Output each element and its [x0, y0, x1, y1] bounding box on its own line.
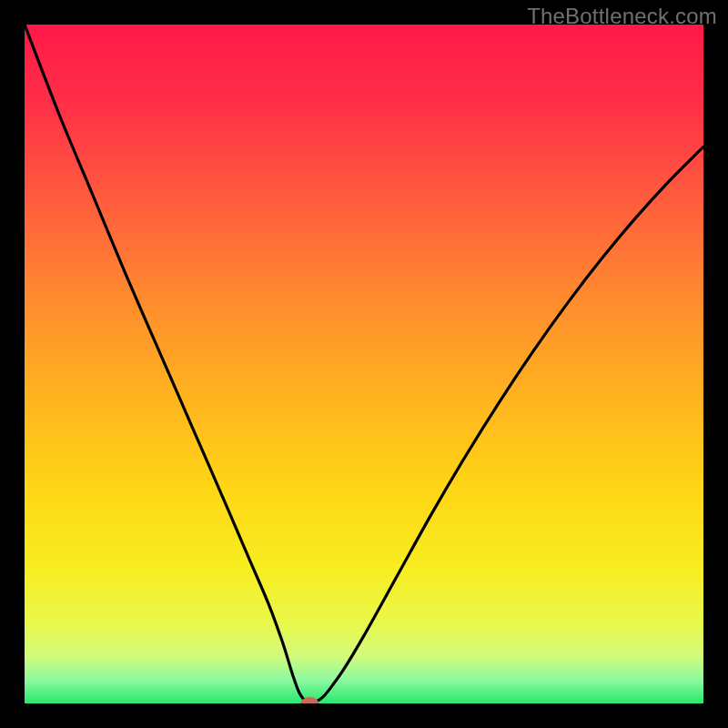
plot-area: [25, 25, 703, 703]
gradient-background: [25, 25, 703, 703]
bottleneck-curve-chart: [25, 25, 703, 703]
chart-frame: TheBottleneck.com: [0, 0, 728, 728]
watermark-text: TheBottleneck.com: [527, 4, 717, 29]
